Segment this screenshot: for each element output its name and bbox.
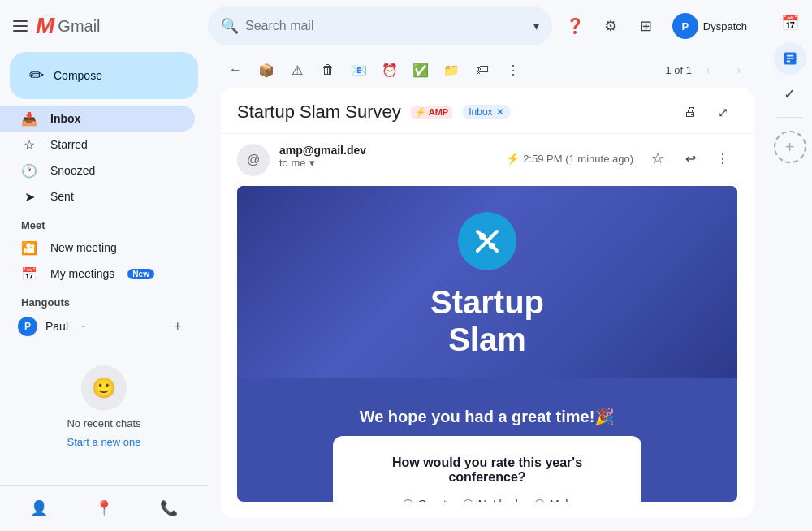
- mark-unread-button[interactable]: 📧: [344, 55, 374, 84]
- new-meeting-icon: 🎦: [21, 240, 37, 256]
- apps-button[interactable]: ⊞: [630, 10, 663, 42]
- compose-button[interactable]: ✏ Compose: [10, 52, 198, 99]
- settings-button[interactable]: ⚙: [594, 10, 627, 42]
- email-lightning-icon: ⚡: [506, 152, 520, 165]
- sidebar-bottom: 👤 📍 📞: [0, 485, 208, 531]
- star-button[interactable]: ☆: [643, 144, 672, 173]
- archive-button[interactable]: 📦: [252, 55, 281, 84]
- startup-title-text: Startup Slam: [430, 284, 544, 357]
- compose-plus-icon: ✏: [29, 65, 44, 86]
- sender-name: amp@gmail.dev: [279, 144, 496, 157]
- sidebar-item-sent[interactable]: ➤ Sent: [0, 183, 195, 209]
- inbox-badge-remove[interactable]: ✕: [496, 106, 504, 118]
- delete-button[interactable]: 🗑: [313, 55, 343, 84]
- my-meetings-label: My meetings: [50, 267, 114, 280]
- hangouts-section-label: Hangouts: [0, 287, 208, 312]
- move-to-button[interactable]: 📁: [437, 55, 466, 84]
- reply-button[interactable]: ↩: [676, 144, 705, 173]
- next-email-button[interactable]: ›: [724, 55, 754, 84]
- phone-icon[interactable]: 📞: [153, 492, 185, 525]
- email-toolbar: ← 📦 ⚠ 🗑 📧 ⏰ ✅ 📁 🏷 ⋮ 1 of 1 ‹ ›: [208, 52, 767, 88]
- email-header: @ amp@gmail.dev to me ▾ ⚡ 2:59 PM (1 min…: [221, 134, 754, 186]
- survey-card: How would you rate this year's conferenc…: [333, 436, 641, 502]
- add-hangout-user-button[interactable]: +: [173, 318, 195, 335]
- sender-avatar: @: [237, 144, 270, 176]
- email-actions: ⚡ 2:59 PM (1 minute ago) ☆ ↩ ⋮: [506, 144, 737, 173]
- sidebar-header: M Gmail: [0, 6, 208, 52]
- people-icon[interactable]: 👤: [23, 492, 55, 525]
- sidebar-item-inbox[interactable]: 📥 Inbox: [0, 106, 195, 132]
- sidebar-item-snoozed-label: Snoozed: [50, 164, 182, 177]
- account-name: Dyspatch: [703, 20, 747, 32]
- main-content: 🔍 ▾ ❓ ⚙ ⊞ P Dyspatch ← 📦 ⚠ 🗑 📧 ⏰ ✅ 📁 🏷 ⋮: [208, 0, 767, 531]
- option-not-bad[interactable]: Not bad: [463, 498, 518, 502]
- email-more-button[interactable]: ⋮: [708, 144, 737, 173]
- calendar-panel-button[interactable]: 📅: [774, 6, 806, 39]
- startup-logo-icon: [471, 225, 503, 257]
- page-count: 1 of 1: [665, 64, 692, 76]
- search-bar: 🔍 ▾: [208, 6, 552, 45]
- more-actions-button[interactable]: ⋮: [499, 55, 528, 84]
- snoozed-icon: 🕐: [21, 163, 37, 179]
- radio-meh[interactable]: [534, 499, 545, 503]
- inbox-badge: Inbox ✕: [462, 105, 510, 119]
- no-chats-text: No recent chats: [67, 417, 140, 430]
- starred-icon: ☆: [21, 137, 37, 153]
- sidebar-item-snoozed[interactable]: 🕐 Snoozed: [0, 158, 195, 183]
- sidebar-item-new-meeting[interactable]: 🎦 New meeting: [0, 235, 208, 261]
- notes-panel-button[interactable]: [774, 42, 806, 75]
- start-new-chat-link[interactable]: Start a new one: [67, 436, 140, 448]
- done-button[interactable]: ✅: [406, 55, 435, 84]
- gmail-logo: M Gmail: [36, 13, 101, 39]
- inbox-badge-label: Inbox: [469, 106, 492, 118]
- report-spam-button[interactable]: ⚠: [283, 55, 312, 84]
- to-me-dropdown[interactable]: ▾: [309, 157, 315, 169]
- option-great[interactable]: Great: [403, 498, 447, 502]
- sidebar-item-sent-label: Sent: [50, 190, 182, 203]
- meet-section-label: Meet: [0, 209, 208, 235]
- option-meh[interactable]: Meh: [534, 498, 572, 502]
- no-chats-icon: 🙂: [81, 365, 127, 411]
- right-panel-divider: [777, 117, 803, 118]
- right-panel: 📅 ✓ +: [767, 0, 812, 531]
- hangout-user-initial: P: [24, 321, 31, 332]
- option-great-label: Great: [418, 498, 447, 502]
- subject-actions: 🖨 ⤢: [676, 97, 737, 127]
- search-icon: 🔍: [221, 17, 239, 35]
- radio-great[interactable]: [403, 499, 413, 503]
- topbar: 🔍 ▾ ❓ ⚙ ⊞ P Dyspatch: [208, 0, 767, 52]
- svg-point-4: [489, 243, 495, 249]
- topbar-icons: ❓ ⚙ ⊞ P Dyspatch: [559, 10, 754, 42]
- survey-question: How would you rate this year's conferenc…: [359, 455, 615, 485]
- open-new-window-button[interactable]: ⤢: [708, 97, 737, 127]
- label-button[interactable]: 🏷: [468, 55, 497, 84]
- startup-slam-logo: [458, 212, 516, 270]
- amp-badge: ⚡ AMP: [411, 106, 452, 119]
- location-icon[interactable]: 📍: [88, 492, 120, 525]
- snooze-button[interactable]: ⏰: [375, 55, 404, 84]
- email-content: Startup Slam Survey ⚡ AMP Inbox ✕ 🖨 ⤢ @ …: [221, 88, 754, 518]
- hamburger-menu[interactable]: [13, 20, 28, 32]
- tasks-panel-button[interactable]: ✓: [774, 78, 806, 110]
- account-badge[interactable]: P Dyspatch: [666, 10, 754, 42]
- gmail-m-icon: M: [36, 13, 54, 39]
- search-input[interactable]: [245, 19, 527, 33]
- amp-email-body: Startup Slam We hope you had a great tim…: [237, 186, 737, 502]
- help-button[interactable]: ❓: [559, 10, 591, 42]
- email-subject-bar: Startup Slam Survey ⚡ AMP Inbox ✕ 🖨 ⤢: [221, 88, 754, 134]
- hangout-user-paul[interactable]: P Paul ~ +: [0, 312, 208, 341]
- back-button[interactable]: ←: [221, 55, 250, 84]
- add-panel-button[interactable]: +: [774, 131, 806, 163]
- radio-not-bad[interactable]: [463, 499, 473, 503]
- amp-tagline: We hope you had a great time!🎉: [343, 394, 632, 436]
- account-initial: P: [681, 20, 689, 32]
- sidebar-item-starred[interactable]: ☆ Starred: [0, 132, 195, 158]
- search-dropdown-icon[interactable]: ▾: [533, 19, 539, 32]
- sidebar-item-my-meetings[interactable]: 📅 My meetings New: [0, 261, 208, 287]
- amp-hero-section: Startup Slam: [237, 186, 737, 378]
- no-chats-area: 🙂 No recent chats Start a new one: [0, 341, 208, 461]
- prev-email-button[interactable]: ‹: [693, 55, 723, 84]
- print-button[interactable]: 🖨: [676, 97, 705, 127]
- survey-options: Great Not bad Meh: [359, 498, 615, 502]
- account-avatar: P: [672, 13, 698, 39]
